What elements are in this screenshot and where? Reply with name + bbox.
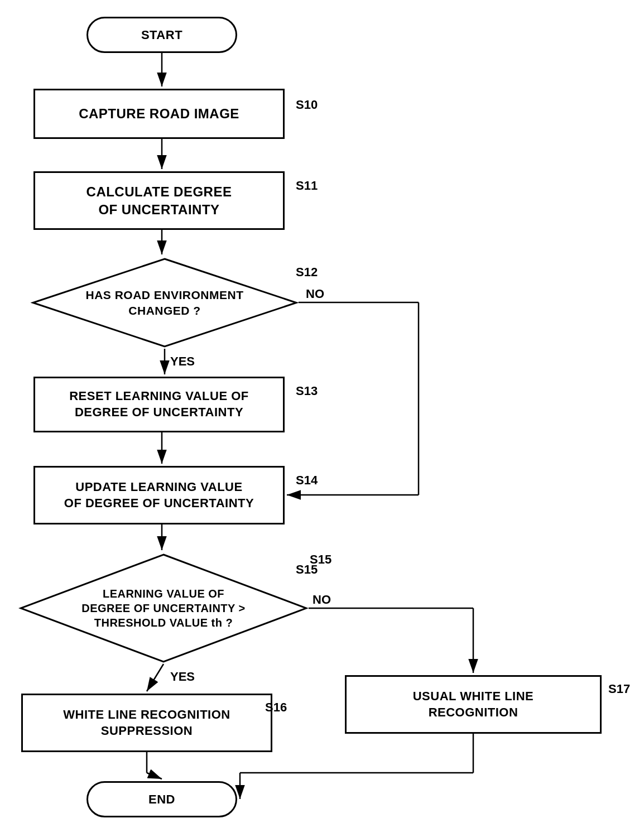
- s12-label: HAS ROAD ENVIRONMENTCHANGED ?: [85, 287, 243, 318]
- s16-label: WHITE LINE RECOGNITIONSUPPRESSION: [63, 707, 230, 739]
- s17-tag: S17: [608, 682, 630, 696]
- svg-text:YES: YES: [170, 670, 195, 684]
- s16-tag: S16: [265, 700, 287, 715]
- s15-node: LEARNING VALUE OFDEGREE OF UNCERTAINTY >…: [18, 552, 309, 664]
- s16-node: WHITE LINE RECOGNITIONSUPPRESSION: [21, 694, 272, 752]
- end-label: END: [148, 792, 175, 807]
- s17-node: USUAL WHITE LINERECOGNITION: [345, 675, 602, 734]
- s13-label: RESET LEARNING VALUE OFDEGREE OF UNCERTA…: [69, 388, 249, 420]
- s14-tag: S14: [296, 473, 318, 488]
- s13-node: RESET LEARNING VALUE OFDEGREE OF UNCERTA…: [33, 377, 285, 432]
- flowchart: START CAPTURE ROAD IMAGE S10 CALCULATE D…: [0, 0, 644, 823]
- s17-label: USUAL WHITE LINERECOGNITION: [413, 689, 534, 720]
- s10-tag: S10: [296, 98, 318, 112]
- svg-text:NO: NO: [313, 593, 331, 607]
- s11-node: CALCULATE DEGREEOF UNCERTAINTY: [33, 171, 285, 230]
- s15-tag: S15: [296, 562, 318, 577]
- svg-line-14: [147, 664, 164, 691]
- svg-text:YES: YES: [170, 354, 195, 368]
- s10-node: CAPTURE ROAD IMAGE: [33, 89, 285, 139]
- svg-line-21: [147, 773, 162, 779]
- s11-tag: S11: [296, 179, 318, 193]
- s14-node: UPDATE LEARNING VALUEOF DEGREE OF UNCERT…: [33, 466, 285, 524]
- s10-label: CAPTURE ROAD IMAGE: [79, 106, 239, 122]
- start-node: START: [86, 17, 237, 53]
- svg-text:NO: NO: [306, 287, 324, 301]
- s12-tag: S12: [296, 265, 318, 280]
- s13-tag: S13: [296, 384, 318, 398]
- end-node: END: [86, 781, 237, 817]
- s14-label: UPDATE LEARNING VALUEOF DEGREE OF UNCERT…: [64, 479, 254, 511]
- s15-label: LEARNING VALUE OFDEGREE OF UNCERTAINTY >…: [81, 586, 246, 630]
- start-label: START: [141, 28, 182, 42]
- s12-node: HAS ROAD ENVIRONMENTCHANGED ?: [31, 257, 299, 349]
- s11-label: CALCULATE DEGREEOF UNCERTAINTY: [86, 183, 232, 218]
